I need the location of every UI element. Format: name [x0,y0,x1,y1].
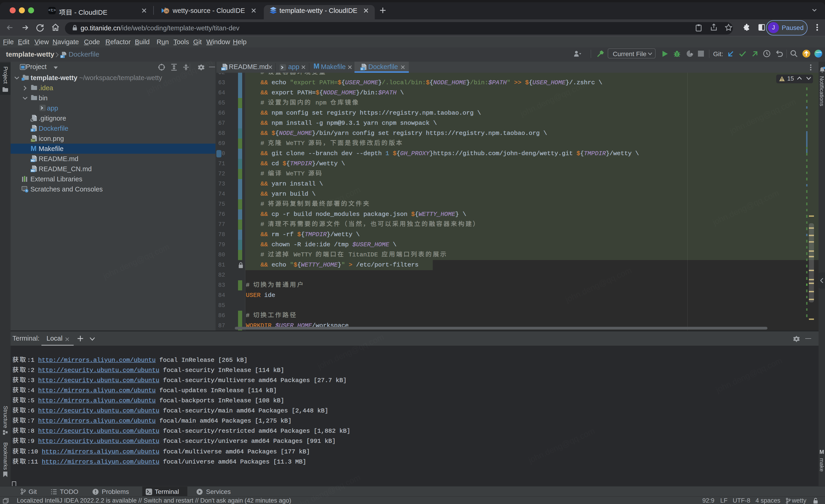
svg-text:D: D [61,55,63,58]
svg-text:MD: MD [30,159,34,162]
svg-text:MD: MD [30,169,34,172]
svg-text:D: D [31,129,33,132]
svg-text:MD: MD [221,68,225,70]
svg-text:JS: JS [165,9,168,12]
svg-text:D: D [361,67,363,70]
